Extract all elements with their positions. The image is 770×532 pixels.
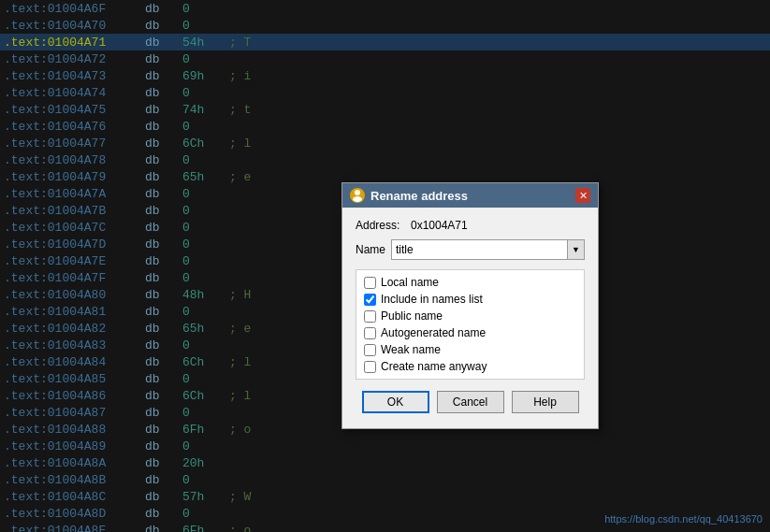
name-row: Name ▼ — [356, 239, 585, 260]
create_anyway-checkbox[interactable] — [364, 361, 376, 373]
dialog-buttons: OK Cancel Help — [356, 391, 585, 417]
dialog-close-button[interactable]: ✕ — [575, 188, 590, 203]
watermark: https://blog.csdn.net/qq_40413670 — [604, 513, 763, 525]
dialog-body: Address: 0x1004A71 Name ▼ Local nameIncl… — [342, 208, 598, 428]
rename-dialog: Rename address ✕ Address: 0x1004A71 Name… — [341, 182, 599, 429]
checkbox-row: Include in names list — [364, 293, 576, 306]
public_name-label[interactable]: Public name — [381, 309, 443, 323]
titlebar-left: Rename address — [350, 188, 468, 203]
public_name-checkbox[interactable] — [364, 310, 376, 323]
checkbox-row: Public name — [364, 309, 576, 323]
name-input-wrap: ▼ — [391, 239, 585, 260]
create_anyway-label[interactable]: Create name anyway — [381, 360, 487, 373]
include_names-checkbox[interactable] — [364, 294, 376, 306]
ok-button[interactable]: OK — [362, 391, 429, 413]
local_name-label[interactable]: Local name — [381, 276, 439, 289]
address-row: Address: 0x1004A71 — [356, 219, 585, 232]
svg-point-1 — [353, 196, 362, 202]
checkbox-group: Local nameInclude in names listPublic na… — [356, 269, 585, 380]
svg-point-0 — [355, 190, 360, 195]
weak_name-checkbox[interactable] — [364, 344, 376, 356]
checkbox-row: Create name anyway — [364, 360, 576, 373]
checkbox-row: Weak name — [364, 343, 576, 356]
local_name-checkbox[interactable] — [364, 277, 376, 289]
help-button[interactable]: Help — [512, 391, 579, 413]
name-input[interactable] — [391, 239, 568, 260]
cancel-button[interactable]: Cancel — [437, 391, 504, 413]
autogenerated-label[interactable]: Autogenerated name — [381, 326, 486, 339]
address-value: 0x1004A71 — [411, 219, 468, 232]
autogenerated-checkbox[interactable] — [364, 327, 376, 339]
checkbox-row: Autogenerated name — [364, 326, 576, 339]
dialog-titlebar: Rename address ✕ — [342, 183, 598, 208]
address-label: Address: — [356, 219, 407, 232]
dialog-title: Rename address — [370, 189, 468, 203]
name-label: Name — [356, 243, 385, 256]
include_names-label[interactable]: Include in names list — [381, 293, 483, 306]
weak_name-label[interactable]: Weak name — [381, 343, 441, 356]
checkbox-row: Local name — [364, 276, 576, 289]
dialog-icon — [350, 188, 365, 203]
name-dropdown-button[interactable]: ▼ — [568, 239, 585, 260]
